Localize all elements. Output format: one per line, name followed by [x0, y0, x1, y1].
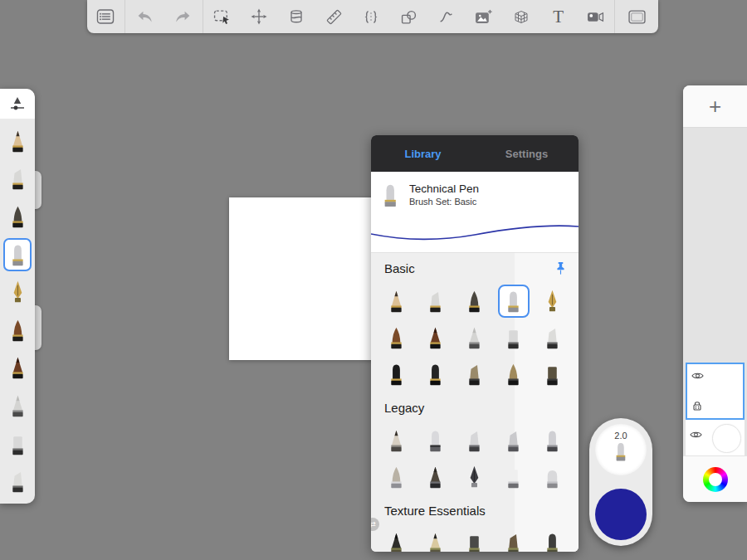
sidebar-brush-ink-pen[interactable] — [3, 200, 32, 233]
brush-ink-pen[interactable] — [455, 283, 494, 319]
fullscreen-icon[interactable] — [624, 4, 649, 29]
brush-grid — [371, 525, 579, 552]
brush-texture-small[interactable] — [533, 525, 572, 552]
brush-marker-round[interactable] — [377, 356, 416, 392]
symmetry-icon[interactable] — [359, 4, 383, 29]
layers-panel: + — [683, 85, 747, 502]
menu-icon[interactable] — [93, 4, 118, 29]
sidebar-brush-pencil[interactable] — [3, 124, 32, 158]
brush-grid — [371, 422, 579, 495]
brush-legacy-marker[interactable] — [416, 459, 455, 495]
brush-legacy-brush[interactable] — [377, 459, 416, 495]
app-root: T Library Settings Technical Pen — [0, 0, 747, 560]
brush-sidebar-list — [0, 119, 35, 504]
brush-library-scroll[interactable]: BasicLegacyTexture Essentials — [371, 253, 579, 552]
transform-icon[interactable] — [247, 4, 271, 29]
import-image-icon[interactable] — [471, 4, 496, 29]
sidebar-brush-colored-pencil[interactable] — [3, 351, 32, 384]
brush-sections: BasicLegacyTexture Essentials — [371, 253, 579, 552]
brush-pencil[interactable] — [377, 283, 416, 319]
color-puck[interactable] — [595, 489, 647, 540]
background-layer-item[interactable] — [686, 420, 745, 455]
brush-eraser-soft[interactable] — [533, 319, 572, 356]
timelapse-icon[interactable] — [583, 4, 608, 29]
brush-size-editor-button[interactable] — [0, 89, 35, 119]
section-title: Basic — [384, 261, 415, 275]
brush-color-puck[interactable]: 2.0 — [589, 418, 652, 546]
sidebar-brush-paint-brush[interactable] — [3, 314, 32, 347]
undo-icon[interactable] — [132, 4, 157, 29]
layer-visibility-icon[interactable] — [691, 368, 704, 383]
brush-texture-spike[interactable] — [377, 525, 416, 552]
brush-grid — [371, 283, 579, 392]
brush-eraser-hard[interactable] — [494, 319, 533, 356]
stroke-preview — [371, 217, 579, 253]
brush-legacy-chisel[interactable] — [455, 422, 494, 459]
current-brush-row[interactable]: Technical Pen Brush Set: Basic — [371, 172, 579, 217]
guides-icon[interactable] — [321, 4, 346, 29]
section-title: Legacy — [384, 401, 424, 415]
brush-texture-block[interactable] — [455, 525, 494, 552]
layers-footer — [683, 456, 747, 502]
background-color-swatch[interactable] — [712, 424, 741, 453]
layer-item-selected[interactable] — [686, 363, 745, 420]
sidebar-brush-chisel-marker[interactable] — [3, 162, 32, 195]
sidebar-brush-technical-pen[interactable] — [3, 238, 32, 271]
brush-size-value: 2.0 — [614, 431, 627, 441]
color-wheel-icon[interactable] — [703, 467, 728, 492]
text-icon[interactable]: T — [546, 4, 571, 29]
selection-icon[interactable] — [209, 4, 234, 29]
shapes-icon[interactable] — [396, 4, 421, 29]
brush-chisel-marker[interactable] — [416, 283, 455, 319]
brush-legacy-eraser-dome[interactable] — [533, 459, 572, 495]
brush-paint-brush[interactable] — [377, 319, 416, 356]
tab-library[interactable]: Library — [371, 135, 475, 172]
brush-fountain-pen[interactable] — [533, 283, 572, 319]
tab-settings[interactable]: Settings — [475, 135, 579, 172]
perspective-icon[interactable] — [509, 4, 534, 29]
brush-technical-pen[interactable] — [494, 283, 533, 319]
top-toolbar: T — [87, 0, 658, 33]
fill-icon[interactable] — [284, 4, 309, 29]
brush-airbrush[interactable] — [455, 319, 494, 356]
brush-marker-soft[interactable] — [494, 356, 533, 392]
layer-lock-icon[interactable] — [691, 400, 703, 415]
section-header: Basic — [371, 253, 579, 283]
brush-legacy-eraser-block[interactable] — [494, 459, 533, 495]
brush-legacy-pencil[interactable] — [377, 422, 416, 459]
current-brush-title: Technical Pen — [409, 183, 479, 195]
brush-texture-frayed[interactable] — [494, 525, 533, 552]
section-header: Texture Essentials — [371, 495, 579, 525]
brush-sidebar — [0, 89, 35, 504]
current-brush-icon — [371, 182, 409, 208]
sidebar-brush-eraser-soft[interactable] — [3, 465, 32, 498]
stroke-icon[interactable] — [433, 4, 458, 29]
sidebar-brush-fountain-pen[interactable] — [3, 275, 32, 309]
brush-legacy-blade[interactable] — [494, 422, 533, 459]
sidebar-brush-airbrush[interactable] — [3, 389, 32, 422]
brush-texture-pencil[interactable] — [416, 525, 455, 552]
panel-header: Library Settings — [371, 135, 579, 172]
pin-icon[interactable] — [555, 261, 566, 275]
redo-icon[interactable] — [170, 4, 195, 29]
brush-marker-round-2[interactable] — [416, 356, 455, 392]
brush-size-puck[interactable]: 2.0 — [595, 424, 647, 475]
brush-legacy-calligraphy[interactable] — [455, 459, 494, 495]
section-header: Legacy — [371, 392, 579, 422]
background-visibility-icon[interactable] — [690, 427, 702, 442]
current-brush-subtitle: Brush Set: Basic — [409, 197, 479, 207]
brush-marker-wide[interactable] — [533, 356, 572, 392]
brush-legacy-compass-pen[interactable] — [416, 422, 455, 459]
brush-marker-frayed[interactable] — [455, 356, 494, 392]
add-layer-button[interactable]: + — [683, 85, 747, 128]
sidebar-brush-eraser-hard[interactable] — [3, 427, 32, 460]
brush-colored-pencil[interactable] — [416, 319, 455, 356]
brush-library-panel: Library Settings Technical Pen Brush Set… — [371, 135, 579, 552]
brush-legacy-fine-pen[interactable] — [533, 422, 572, 459]
section-title: Texture Essentials — [384, 504, 486, 518]
puck-brush-icon — [613, 441, 629, 465]
